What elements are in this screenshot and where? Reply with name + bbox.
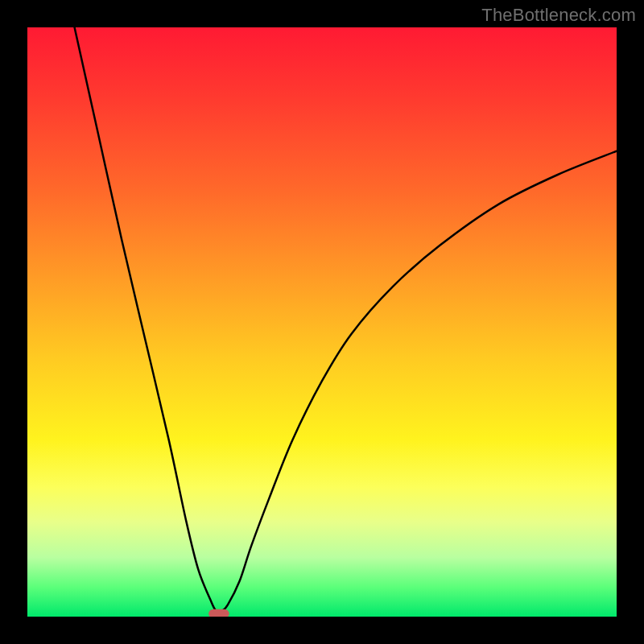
watermark-text: TheBottleneck.com [481, 5, 636, 26]
plot-area [27, 27, 617, 617]
bottleneck-curve [75, 27, 617, 612]
marker-group [208, 609, 229, 617]
min-marker [208, 609, 229, 617]
chart-frame: TheBottleneck.com [0, 0, 644, 644]
curve-path-group [75, 27, 617, 612]
curve-layer [27, 27, 617, 617]
